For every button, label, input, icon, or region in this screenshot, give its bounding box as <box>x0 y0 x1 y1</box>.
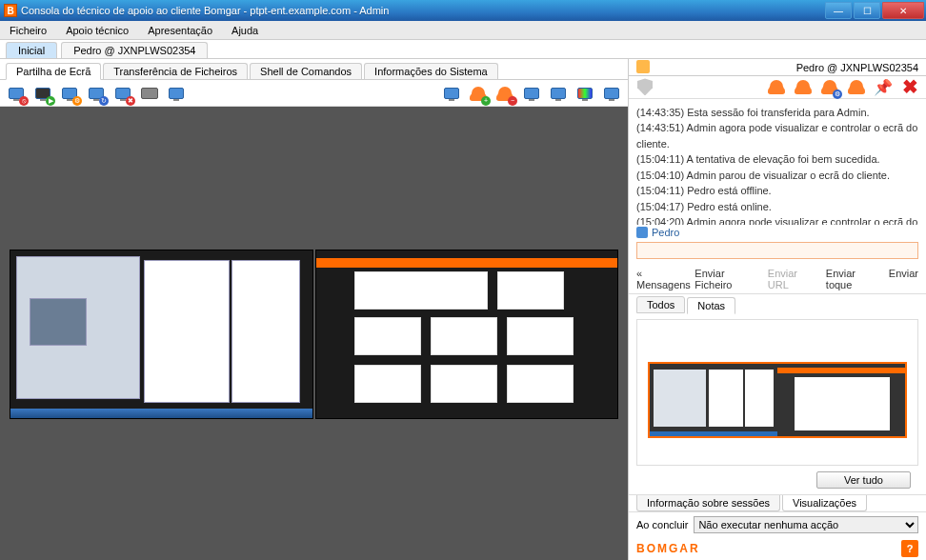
window-close-button[interactable]: ✕ <box>882 2 924 19</box>
chat-line: (15:04:11) Pedro está offline. <box>636 183 918 199</box>
thumbnail-area <box>636 319 918 466</box>
screen-settings-icon[interactable]: ⚙ <box>59 83 80 104</box>
keyboard-icon[interactable] <box>139 83 160 104</box>
user-orange-icon[interactable] <box>766 76 787 97</box>
color-monitor-icon[interactable] <box>574 83 595 104</box>
session-toolbar: ⚙ 📌 ✖ <box>629 76 926 98</box>
screen-block-icon[interactable]: ✖ <box>112 83 133 104</box>
window-minimize-button[interactable]: — <box>825 2 852 19</box>
chat-actions-row: « Mensagens Enviar Ficheiro Enviar URL E… <box>629 265 926 294</box>
app-icon: B <box>4 4 17 17</box>
menu-file[interactable]: Ficheiro <box>0 23 56 38</box>
bottom-tab-bar: Informação sobre sessões Visualizações <box>629 494 926 512</box>
chat-user-name: Pedro <box>652 227 679 238</box>
menu-support[interactable]: Apoio técnico <box>56 23 138 38</box>
session-tab-home[interactable]: Inicial <box>6 42 57 58</box>
tab-screen-share[interactable]: Partilha de Ecrã <box>6 63 101 80</box>
send-url-link[interactable]: Enviar URL <box>768 268 816 290</box>
tab-command-shell[interactable]: Shell de Comandos <box>250 63 362 79</box>
fullscreen-icon[interactable] <box>601 83 622 104</box>
chat-line: (14:43:51) Admin agora pode visualizar e… <box>636 120 918 151</box>
messages-link[interactable]: « Mensagens <box>636 268 694 290</box>
user-add-icon[interactable]: + <box>468 83 489 104</box>
tab-file-transfer[interactable]: Transferência de Ficheiros <box>103 63 248 79</box>
user-orange-2-icon[interactable] <box>793 76 814 97</box>
screen-share-toolbar: ⦸ ▶ ⚙ ↻ ✖ + − <box>0 80 628 107</box>
window-titlebar: B Consola do técnico de apoio ao cliente… <box>0 0 926 21</box>
footer: BOMGAR ? <box>629 537 926 560</box>
multi-monitor-icon[interactable] <box>521 83 542 104</box>
chat-log: (14:43:35) Esta sessão foi transferida p… <box>629 99 926 225</box>
help-icon[interactable]: ? <box>901 540 918 557</box>
user-remove-icon[interactable]: − <box>494 83 515 104</box>
right-pane: Pedro @ JXNPLWS02354 ⚙ 📌 ✖ (14:43:35) Es… <box>629 59 926 560</box>
session-header-icon <box>636 60 652 75</box>
chat-line: (15:04:20) Admin agora pode visualizar e… <box>636 214 918 225</box>
remote-screen-viewport[interactable] <box>0 107 628 560</box>
dual-monitor-icon[interactable] <box>441 83 462 104</box>
send-link[interactable]: Enviar <box>889 268 918 290</box>
chat-input[interactable] <box>636 242 918 259</box>
send-nudge-link[interactable]: Enviar toque <box>826 268 879 290</box>
session-tab-bar: Inicial Pedro @ JXNPLWS02354 <box>0 40 926 59</box>
menu-presentation[interactable]: Apresentação <box>138 23 222 38</box>
chat-user-row: Pedro <box>629 225 926 240</box>
user-alt-icon[interactable] <box>846 76 867 97</box>
action-tab-bar: Partilha de Ecrã Transferência de Fichei… <box>0 59 498 79</box>
remote-monitor-1 <box>10 250 313 419</box>
tab-system-info[interactable]: Informações do Sistema <box>364 63 498 79</box>
remote-monitor-2 <box>315 250 619 419</box>
on-conclude-label: Ao concluir <box>636 519 688 530</box>
notes-tab-bar: Todos Notas <box>629 294 926 313</box>
stop-sharing-icon[interactable]: ⦸ <box>6 83 27 104</box>
session-tab-pedro[interactable]: Pedro @ JXNPLWS02354 <box>61 42 208 58</box>
menu-help[interactable]: Ajuda <box>222 23 268 38</box>
tab-visualizations[interactable]: Visualizações <box>782 495 867 511</box>
screen-action-icon[interactable]: ↻ <box>86 83 107 104</box>
left-pane: Partilha de Ecrã Transferência de Fichei… <box>0 59 629 560</box>
tab-notas[interactable]: Notas <box>687 297 735 314</box>
user-icon <box>636 227 648 238</box>
user-settings-icon[interactable]: ⚙ <box>819 76 840 97</box>
monitor-single-icon[interactable] <box>166 83 187 104</box>
session-thumbnail[interactable] <box>648 362 907 438</box>
tab-session-info[interactable]: Informação sobre sessões <box>636 495 780 511</box>
pin-icon[interactable]: 📌 <box>873 76 894 97</box>
window-maximize-button[interactable]: ☐ <box>854 2 880 19</box>
view-all-button[interactable]: Ver tudo <box>816 471 911 489</box>
chat-line: (15:04:10) Admin parou de visualizar o e… <box>636 168 918 184</box>
chat-line: (15:04:11) A tentativa de elevação foi b… <box>636 151 918 168</box>
brand-label: BOMGAR <box>636 542 700 555</box>
chat-line: (14:43:35) Esta sessão foi transferida p… <box>636 105 918 121</box>
right-pane-header: Pedro @ JXNPLWS02354 <box>629 59 926 76</box>
multi-monitor-2-icon[interactable] <box>548 83 569 104</box>
session-label: Pedro @ JXNPLWS02354 <box>796 62 918 73</box>
chat-line: (15:04:17) Pedro está online. <box>636 199 918 215</box>
menu-bar: Ficheiro Apoio técnico Apresentação Ajud… <box>0 21 926 40</box>
on-conclude-row: Ao concluir Não executar nenhuma acção <box>629 512 926 537</box>
record-icon[interactable]: ▶ <box>32 83 53 104</box>
send-file-link[interactable]: Enviar Ficheiro <box>694 268 757 290</box>
on-conclude-select[interactable]: Não executar nenhuma acção <box>694 516 918 533</box>
tab-todos[interactable]: Todos <box>636 296 685 313</box>
window-title: Consola do técnico de apoio ao cliente B… <box>21 5 825 16</box>
end-session-icon[interactable]: ✖ <box>899 76 920 97</box>
shield-icon[interactable] <box>634 76 655 97</box>
